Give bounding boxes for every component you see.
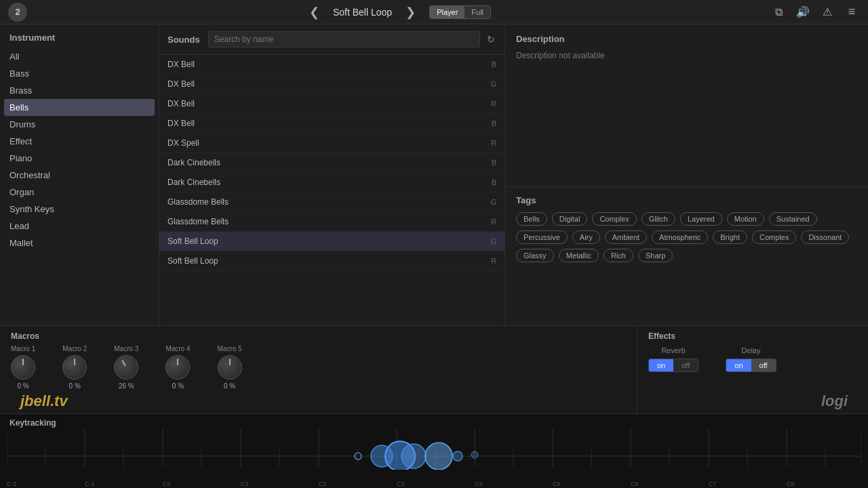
key-label-c-1: C-1 [85,481,163,487]
tag-glassy[interactable]: Glassy [516,249,554,262]
player-full-toggle: Player Full [429,5,491,19]
delay-on-button[interactable]: on [726,359,751,371]
macro5-knob[interactable] [218,355,242,380]
tag-complex2[interactable]: Complex [752,230,796,244]
key-label-c1: C1 [241,481,319,487]
macro4-label: Macro 4 [165,345,190,352]
sound-type-icon: B [492,119,496,127]
sidebar-item-lead[interactable]: Lead [0,218,159,235]
description-area: Description Description not available [505,24,868,187]
sound-name: Soft Bell Loop [167,256,218,266]
tag-rich[interactable]: Rich [604,249,633,262]
sound-item[interactable]: DX Bell G [159,75,505,94]
tag-sustained[interactable]: Sustained [769,212,817,226]
tag-metallic[interactable]: Metallic [559,249,599,262]
watermark-right: logi [821,392,848,410]
tag-complex[interactable]: Complex [592,212,636,226]
sidebar-item-bells[interactable]: Bells [4,99,155,116]
tag-atmospheric[interactable]: Atmospheric [652,230,708,244]
sounds-header: Sounds ↻ [159,24,505,55]
volume-icon[interactable]: 🔊 [795,4,811,20]
macro1-label: Macro 1 [11,345,35,352]
sound-type-icon: G [490,237,496,245]
reverb-group: Reverb on off [648,346,698,372]
sound-item[interactable]: Glassdome Bells R [159,212,505,232]
macro3-knob[interactable] [114,355,138,380]
sidebar-item-organ[interactable]: Organ [0,184,159,201]
macro2-knob[interactable] [62,355,87,380]
delay-label: Delay [741,346,760,354]
key-label-c0: C0 [163,481,241,487]
key-label-c7: C7 [709,481,787,487]
sound-type-icon: G [490,198,496,206]
sound-item-selected[interactable]: Soft Bell Loop G [159,232,505,251]
sound-type-icon: R [491,100,496,108]
sidebar-item-piano[interactable]: Piano [0,150,159,167]
sound-name: Dark Cinebells [167,178,220,187]
sound-type-icon: R [491,257,496,265]
delay-toggle: on off [726,359,776,372]
key-label-c5: C5 [553,481,631,487]
sound-item[interactable]: Dark Cinebells B [159,173,505,192]
tags-area: Tags Bells Digital Complex Glitch Layere… [505,187,868,270]
sound-item[interactable]: DX Spell R [159,134,505,153]
macro5-value: 0 % [224,382,235,390]
refresh-icon[interactable]: ↻ [486,33,496,46]
sound-item[interactable]: Dark Cinebells B [159,153,505,173]
player-tab[interactable]: Player [430,6,465,18]
prev-button[interactable]: ❮ [307,2,322,22]
sidebar-item-all[interactable]: All [0,48,159,65]
tag-digital[interactable]: Digital [552,212,588,226]
macro4-knob[interactable] [165,355,190,380]
search-input[interactable] [208,31,480,47]
menu-icon[interactable]: ≡ [844,4,860,20]
sound-item[interactable]: DX Bell B [159,55,505,75]
tag-glitch[interactable]: Glitch [642,212,675,226]
key-label-c8: C8 [787,481,865,487]
macro4-group: Macro 4 0 % [165,345,190,390]
tag-percussive[interactable]: Percussive [516,230,568,244]
tag-layered[interactable]: Layered [680,212,722,226]
macros-knobs: Macro 1 0 % Macro 2 0 % Macro 3 26 % Mac… [11,345,626,390]
tag-dissonant[interactable]: Dissonant [801,230,849,244]
top-bar-left: 2 [8,3,27,22]
macro2-value: 0 % [69,382,81,390]
sidebar-item-effect[interactable]: Effect [0,133,159,150]
tag-motion[interactable]: Motion [727,212,764,226]
sidebar-item-drums[interactable]: Drums [0,116,159,133]
tag-airy[interactable]: Airy [572,230,600,244]
sidebar-header: Instrument [0,33,159,48]
sidebar-item-brass[interactable]: Brass [0,82,159,99]
tag-ambient[interactable]: Ambient [605,230,647,244]
macro2-group: Macro 2 0 % [62,345,87,390]
sound-type-icon: B [492,60,496,68]
tag-bright[interactable]: Bright [713,230,747,244]
macros-title: Macros [11,331,626,341]
alert-icon[interactable]: ⚠ [819,4,835,20]
sidebar-item-synth-keys[interactable]: Synth Keys [0,201,159,218]
sound-type-icon: R [491,218,496,226]
tags-title: Tags [516,195,857,205]
sound-item[interactable]: Glassdome Bells G [159,192,505,212]
description-text: Description not available [516,51,857,60]
full-tab[interactable]: Full [465,6,490,18]
sidebar-item-mallet[interactable]: Mallet [0,235,159,251]
sound-item[interactable]: DX Bell B [159,114,505,134]
delay-off-button[interactable]: off [751,359,776,371]
sound-item[interactable]: DX Bell R [159,94,505,114]
tag-bells[interactable]: Bells [516,212,547,226]
macro5-group: Macro 5 0 % [218,345,242,390]
sidebar-item-orchestral[interactable]: Orchestral [0,167,159,184]
next-button[interactable]: ❯ [403,2,418,22]
track-title: Soft Bell Loop [333,7,392,18]
key-label-c-2: C-2 [7,481,85,487]
sidebar-item-bass[interactable]: Bass [0,65,159,82]
sound-item[interactable]: Soft Bell Loop R [159,251,505,271]
tag-sharp[interactable]: Sharp [638,249,673,262]
macro1-knob[interactable] [11,355,35,380]
reverb-on-button[interactable]: on [649,359,673,371]
keytracking-title: Keytracking [9,418,56,428]
reverb-off-button[interactable]: off [673,359,698,371]
copy-icon[interactable]: ⧉ [770,4,787,20]
circle-button[interactable]: 2 [8,3,27,22]
